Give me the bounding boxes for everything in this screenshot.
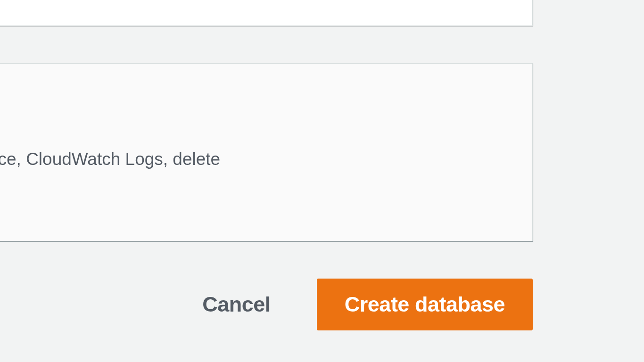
config-panel-main: ed, maintenance, CloudWatch Logs, delete <box>0 63 533 241</box>
config-description-text: ed, maintenance, CloudWatch Logs, delete <box>0 146 220 173</box>
create-database-button[interactable]: Create database <box>317 279 533 330</box>
config-panel-top <box>0 0 533 26</box>
cancel-button[interactable]: Cancel <box>179 278 294 331</box>
action-button-row: Cancel Create database <box>0 278 533 331</box>
